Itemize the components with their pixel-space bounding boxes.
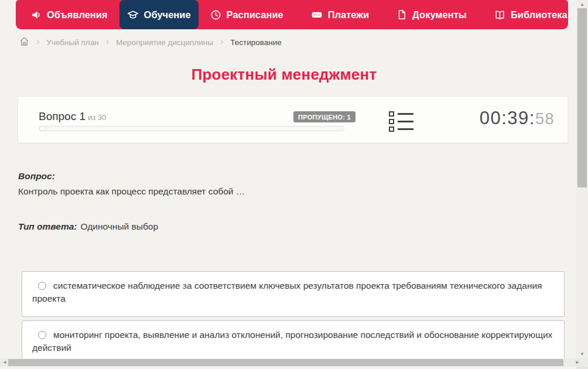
- list-line: [398, 113, 413, 115]
- breadcrumb-item-testing: Тестирование: [230, 38, 282, 47]
- book-icon: [494, 9, 505, 20]
- page-title: Проектный менеджмент: [0, 66, 568, 84]
- graduation-cap-icon: [127, 9, 139, 20]
- banknote-icon: [311, 9, 323, 20]
- horizontal-scrollbar[interactable]: ◄ ►: [0, 358, 588, 367]
- list-line: [398, 128, 413, 130]
- document-icon: [396, 9, 407, 20]
- nav-item-payments[interactable]: Платежи: [303, 0, 377, 29]
- breadcrumb-separator-icon: ›: [106, 37, 109, 46]
- vertical-scrollbar[interactable]: ▲ ▼: [576, 0, 588, 358]
- question-progress-bar: [39, 126, 344, 131]
- nav-item-label: Расписание: [227, 9, 283, 20]
- radio-button[interactable]: [38, 331, 46, 339]
- timer-seconds: 58: [535, 110, 555, 128]
- answer-type-row: Тип ответа:Одиночный выбор: [18, 221, 158, 232]
- list-line: [398, 121, 413, 122]
- list-square: [389, 127, 394, 132]
- nav-item-label: Документы: [412, 9, 467, 20]
- question-text: Контроль проекта как процесс представляе…: [18, 186, 245, 197]
- question-heading: Вопрос:: [18, 171, 55, 182]
- nav-item-label: Обучение: [144, 9, 191, 20]
- countdown-timer: 00:39:58: [480, 108, 555, 129]
- nav-item-label: Библиотека: [511, 9, 568, 20]
- nav-item-learning[interactable]: Обучение: [119, 0, 199, 29]
- answer-type-label: Тип ответа:: [18, 221, 77, 231]
- nav-item-schedule[interactable]: Расписание: [203, 0, 291, 29]
- megaphone-icon: [30, 9, 42, 20]
- list-square: [389, 111, 394, 117]
- vertical-scrollbar-thumb[interactable]: [577, 8, 587, 187]
- answer-option-1[interactable]: систематическое наблюдение за соответств…: [22, 271, 565, 317]
- answer-option-text: мониторинг проекта, выявление и анализ о…: [32, 330, 552, 353]
- timer-hours-minutes: 00:39:: [480, 108, 535, 128]
- scroll-right-arrow-icon[interactable]: ►: [575, 359, 580, 366]
- scroll-down-arrow-icon[interactable]: ▼: [576, 351, 588, 357]
- question-number-label: Вопрос 1: [39, 110, 86, 122]
- answer-type-value: Одиночный выбор: [81, 221, 159, 231]
- list-square: [389, 119, 394, 124]
- nav-item-label: Объявления: [47, 9, 108, 20]
- question-number: Вопрос 1из 30: [39, 110, 106, 123]
- scroll-left-arrow-icon[interactable]: ◄: [2, 359, 7, 366]
- breadcrumb-item-curriculum[interactable]: Учебный план: [46, 38, 98, 47]
- radio-button[interactable]: [38, 282, 46, 290]
- breadcrumb-separator-icon: ›: [220, 37, 223, 46]
- breadcrumb-separator-icon: ›: [36, 37, 39, 46]
- question-list-icon[interactable]: [389, 111, 417, 134]
- horizontal-scrollbar-thumb[interactable]: [8, 359, 563, 366]
- scroll-up-arrow-icon[interactable]: ▲: [576, 2, 588, 7]
- skipped-badge: ПРОПУЩЕНО: 1: [293, 111, 355, 122]
- breadcrumb: › Учебный план › Мероприятие дисциплины …: [19, 37, 282, 47]
- question-total: из 30: [88, 113, 106, 122]
- question-header-card: Вопрос 1из 30 ПРОПУЩЕНО: 1 00:39:58: [18, 96, 568, 143]
- nav-item-documents[interactable]: Документы: [389, 0, 474, 29]
- home-icon[interactable]: [19, 36, 29, 48]
- answer-option-text: систематическое наблюдение за соответств…: [32, 281, 542, 303]
- progress-knob: [40, 127, 45, 131]
- nav-item-library[interactable]: Библиотека: [487, 0, 588, 29]
- main-navbar: Объявления Обучение Расписание Платежи Д…: [16, 0, 568, 29]
- clock-icon: [210, 9, 221, 20]
- breadcrumb-item-event[interactable]: Мероприятие дисциплины: [116, 38, 213, 47]
- nav-item-announcements[interactable]: Объявления: [23, 0, 115, 29]
- nav-item-label: Платежи: [328, 9, 369, 20]
